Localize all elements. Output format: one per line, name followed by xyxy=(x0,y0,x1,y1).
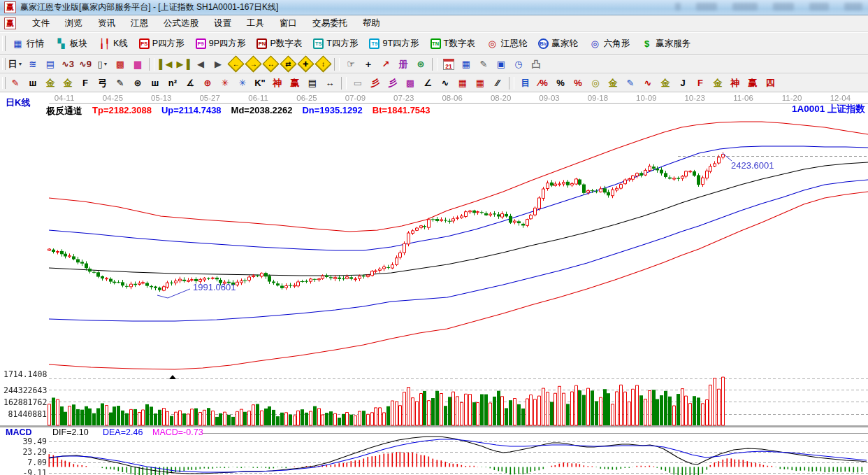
hand-icon[interactable]: ☞ xyxy=(342,56,359,72)
web-box-purple-icon[interactable]: ▩ xyxy=(402,75,419,91)
toolbar-button-江恩轮[interactable]: ◎江恩轮 xyxy=(482,36,533,52)
toolbar-button-T四方形[interactable]: TST四方形 xyxy=(308,36,363,52)
child-window-icon[interactable]: 赢 xyxy=(4,17,16,29)
f-comb-icon[interactable]: F xyxy=(77,75,94,91)
chart-canvas[interactable] xyxy=(0,92,868,475)
seven-pct-icon[interactable]: ⁄% xyxy=(535,75,551,91)
arrow-lr-icon[interactable]: ↔ xyxy=(321,75,338,91)
toolbar-button-行情[interactable]: ▦行情 xyxy=(7,36,49,52)
wave-red-icon[interactable]: ∿ xyxy=(639,75,656,91)
prev-icon[interactable]: ◀ xyxy=(192,56,209,72)
f-angle-icon[interactable]: F xyxy=(692,75,709,91)
j-angle-icon[interactable]: J xyxy=(674,75,691,91)
shen-angle-icon[interactable]: 神 xyxy=(727,75,744,91)
last-page-icon[interactable]: ▶▐ xyxy=(175,56,191,72)
toolbar-button-T数字表[interactable]: TNT数字表 xyxy=(426,36,480,52)
menu-item-浏览[interactable]: 浏览 xyxy=(57,16,90,31)
diamond-hcompress-icon[interactable]: ⇄ xyxy=(280,56,296,72)
wave-check-icon[interactable]: ∿ xyxy=(437,75,454,91)
parallel-lines-icon[interactable]: ⁄⁄ xyxy=(489,75,506,91)
diamond-right-icon[interactable]: → xyxy=(245,56,261,72)
gold-comb2-icon[interactable]: 金 xyxy=(59,75,76,91)
diamond-left-icon[interactable]: ← xyxy=(227,56,244,72)
gold-circle-icon[interactable]: ◎ xyxy=(587,75,604,91)
menu-item-工具[interactable]: 工具 xyxy=(239,16,272,31)
macd-pane-label[interactable]: MACD xyxy=(6,427,32,437)
grid-red-icon[interactable]: ▦ xyxy=(454,75,471,91)
trend-angle-icon[interactable]: ∠ xyxy=(419,75,436,91)
menu-item-江恩[interactable]: 江恩 xyxy=(123,16,156,31)
zoom-trend-icon[interactable]: ↗ xyxy=(377,56,394,72)
fan-red-icon[interactable]: 彡 xyxy=(367,75,384,91)
gold-angle-icon[interactable]: 金 xyxy=(657,75,674,91)
purple-grid-icon[interactable]: 册 xyxy=(395,56,412,72)
eye-chart-icon[interactable]: 目 xyxy=(517,75,534,91)
color-histogram-icon[interactable]: ▆ xyxy=(129,56,146,72)
indicator-name[interactable]: 极反通道 xyxy=(46,105,82,118)
red-pattern-icon[interactable]: ▩ xyxy=(112,56,129,72)
menu-item-窗口[interactable]: 窗口 xyxy=(272,16,305,31)
green-cloud-icon[interactable]: ⊛ xyxy=(412,56,429,72)
save-clock-icon[interactable]: ◷ xyxy=(510,56,527,72)
save-icon[interactable]: ▣ xyxy=(493,56,509,72)
notepad-icon[interactable]: ✎ xyxy=(475,56,492,72)
first-page-icon[interactable]: ▌◀ xyxy=(157,56,174,72)
grid-box-red-icon[interactable]: ▦ xyxy=(472,75,489,91)
pencil-grid-icon[interactable]: ✎ xyxy=(112,75,129,91)
comb-icon[interactable]: ш xyxy=(24,75,41,91)
toolbar-button-赢家服务[interactable]: $赢家服务 xyxy=(636,36,695,52)
candle-style-icon[interactable]: ▯▼ xyxy=(94,56,111,72)
k-quote-icon[interactable]: K" xyxy=(252,75,268,91)
menu-item-公式选股[interactable]: 公式选股 xyxy=(156,16,206,31)
calculator-icon[interactable]: ▦ xyxy=(458,56,475,72)
toolbar-button-六角形[interactable]: ◎六角形 xyxy=(584,36,635,52)
period-label[interactable]: 日K线 xyxy=(6,97,30,109)
toolbar-button-P四方形[interactable]: PSP四方形 xyxy=(134,36,189,52)
gann-circle-icon[interactable]: ⊛ xyxy=(129,75,146,91)
menu-item-资讯[interactable]: 资讯 xyxy=(90,16,123,31)
ruler-123-icon[interactable]: ▤ xyxy=(304,75,321,91)
print-icon[interactable]: 凸 xyxy=(528,56,544,72)
crosshair-icon[interactable]: ＋ xyxy=(360,56,377,72)
pencil-blue-icon[interactable]: ✎ xyxy=(622,75,639,91)
menu-item-设置[interactable]: 设置 xyxy=(206,16,239,31)
web-red-icon[interactable]: ✳ xyxy=(217,75,233,91)
diamond-hexpand-icon[interactable]: ↔ xyxy=(262,56,279,72)
pct-line-icon[interactable]: % xyxy=(570,75,586,91)
win-angle-icon[interactable]: 赢 xyxy=(744,75,761,91)
win-red-icon[interactable]: 赢 xyxy=(287,75,303,91)
quote-list-icon[interactable]: ▤ xyxy=(42,56,59,72)
shen-red-icon[interactable]: 神 xyxy=(269,75,286,91)
bars-9-icon[interactable]: ∿9 xyxy=(77,56,94,72)
toolbar-button-P数字表[interactable]: PNP数字表 xyxy=(252,36,307,52)
angle-a-icon[interactable]: ∡ xyxy=(182,75,198,91)
gold-line-icon[interactable]: 金 xyxy=(605,75,621,91)
toolbar-button-赢家轮[interactable]: Big赢家轮 xyxy=(533,36,583,52)
pct-icon[interactable]: % xyxy=(552,75,569,91)
toolbar-button-K线[interactable]: ╽╿K线 xyxy=(94,36,133,52)
gold-comb-icon[interactable]: 金 xyxy=(42,75,59,91)
diamond-expand-all-icon[interactable]: ✚ xyxy=(297,56,314,72)
diamond-vexpand-icon[interactable]: ↕ xyxy=(314,56,331,72)
pencil-red-icon[interactable]: ✎ xyxy=(7,75,24,91)
next-icon[interactable]: ▶ xyxy=(210,56,226,72)
toolbar-button-9P四方形[interactable]: P99P四方形 xyxy=(191,36,251,52)
four-angle-icon[interactable]: 四 xyxy=(762,75,779,91)
menu-item-文件[interactable]: 文件 xyxy=(24,16,57,31)
fan-purple-icon[interactable]: 彡 xyxy=(384,75,401,91)
toolbar-button-板块[interactable]: ▚板块 xyxy=(50,36,92,52)
zigzag-chart-icon[interactable]: ≋ xyxy=(24,56,41,72)
calendar-21-icon[interactable]: 21 xyxy=(440,56,457,72)
spiral-icon[interactable]: 弓 xyxy=(94,75,111,91)
toolbar-button-9T四方形[interactable]: T99T四方形 xyxy=(364,36,424,52)
n2-icon[interactable]: n² xyxy=(164,75,181,91)
target-red-icon[interactable]: ⊕ xyxy=(199,75,216,91)
web-blue-icon[interactable]: ✳ xyxy=(234,75,251,91)
menu-item-交易委托[interactable]: 交易委托 xyxy=(305,16,355,31)
window-layout-icon[interactable]: 日▼ xyxy=(7,56,24,72)
comb2-icon[interactable]: ш xyxy=(147,75,164,91)
gold-angle2-icon[interactable]: 金 xyxy=(709,75,726,91)
symbol-label[interactable]: 1A0001 上证指数 xyxy=(792,103,865,115)
bars-3-icon[interactable]: ∿3 xyxy=(59,56,76,72)
frame-gray-icon[interactable]: ▭ xyxy=(349,75,366,91)
